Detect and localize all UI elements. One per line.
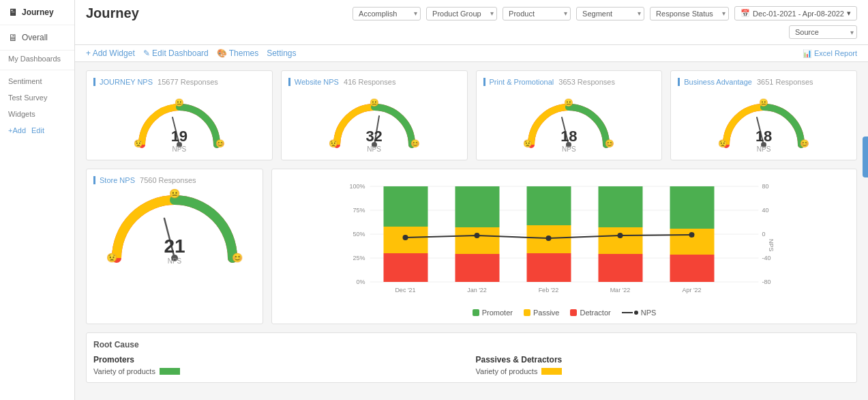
edit-dashboard-button[interactable]: ✎ Edit Dashboard	[143, 48, 209, 58]
header: Journey Accomplish Product Group Product	[75, 0, 868, 45]
print-nps-title: Print & Promotional 3653 Responses	[483, 78, 655, 86]
nps-value-3: 18 NPS	[560, 128, 577, 153]
product-select[interactable]: Product	[503, 7, 571, 20]
nps-value-2: 32 NPS	[365, 128, 382, 153]
segment-filter[interactable]: Segment	[576, 7, 644, 20]
bar-mar-promoter	[599, 186, 643, 227]
legend-nps: NPS	[622, 309, 657, 317]
toolbar: + Add Widget ✎ Edit Dashboard 🎨 Themes S…	[75, 45, 868, 62]
store-row: Store NPS 7560 Responses 😟 😊 😐	[86, 169, 857, 324]
passive-legend-dot	[524, 309, 530, 316]
print-gauge: 😟 😊 😐 18 NPS	[483, 91, 655, 153]
calendar-icon: 📅	[740, 9, 750, 18]
bar-apr-promoter	[670, 186, 715, 229]
passives-detractors-label: Passives & Detractors	[476, 355, 850, 365]
edit-button[interactable]: Edit	[31, 126, 44, 134]
store-nps-card: Store NPS 7560 Responses 😟 😊 😐	[86, 169, 263, 324]
page-title: Journey	[86, 5, 139, 21]
journey-nps-title: JOURNEY NPS 15677 Responses	[93, 78, 265, 86]
root-cause-section: Root Cause Promoters Variety of products…	[86, 332, 857, 383]
accomplish-select[interactable]: Accomplish	[353, 7, 421, 20]
bar-dec-detractor	[384, 253, 428, 282]
nps-dot-apr	[689, 232, 695, 238]
store-nps-value: 21 NPS	[164, 235, 185, 265]
business-gauge: 😟 😊 😐 18 NPS	[678, 91, 850, 153]
accomplish-filter[interactable]: Accomplish	[353, 7, 421, 20]
sidebar-add-edit: +Add Edit	[0, 122, 74, 139]
svg-text:😟: 😟	[134, 139, 143, 148]
monitor-icon: 🖥	[8, 7, 18, 18]
nps-dot-jan	[475, 233, 480, 238]
svg-text:😟: 😟	[329, 139, 338, 148]
add-button[interactable]: +Add	[8, 126, 26, 134]
detractor-legend-dot	[570, 309, 577, 316]
response-status-filter[interactable]: Response Status	[650, 7, 729, 20]
website-gauge: 😟 😊 😐 32 NPS	[288, 91, 460, 153]
side-accent-bar	[863, 137, 868, 177]
bar-jan-detractor	[455, 254, 500, 282]
nps-dot-feb	[546, 235, 552, 241]
svg-text:100%: 100%	[349, 183, 365, 190]
nps-cards-row: JOURNEY NPS 15677 Responses	[86, 70, 857, 160]
promoter-legend-dot	[473, 309, 479, 316]
svg-text:😐: 😐	[759, 98, 768, 107]
chart-legend: Promoter Passive Detractor	[279, 309, 850, 317]
header-filters: Accomplish Product Group Product Segment	[353, 6, 857, 20]
svg-text:NPS: NPS	[768, 239, 775, 252]
bar-apr-detractor	[670, 255, 715, 282]
store-nps-title: Store NPS 7560 Responses	[93, 176, 256, 184]
source-filter[interactable]: Source	[789, 25, 857, 39]
trend-chart-card: 100% 75% 50% 25% 0% 80 40 0 -40 -80	[271, 169, 857, 324]
sidebar-item-overall[interactable]: 🖥 Overall	[0, 25, 74, 51]
main-content: Journey Accomplish Product Group Product	[75, 0, 868, 400]
svg-text:😐: 😐	[169, 188, 181, 199]
themes-button[interactable]: 🎨 Themes	[217, 48, 258, 58]
svg-text:-40: -40	[762, 255, 771, 261]
bar-feb-detractor	[527, 253, 571, 282]
promoters-bar	[160, 368, 180, 375]
nps-legend-line	[622, 312, 633, 313]
header-row2: Source	[86, 25, 857, 39]
business-nps-card: Business Advantage 3651 Responses 😟 😊 😐	[670, 70, 857, 160]
sidebar-item-test-survey[interactable]: Test Survey	[0, 89, 74, 106]
response-status-select[interactable]: Response Status	[650, 7, 729, 20]
sidebar-item-sentiment[interactable]: Sentiment	[0, 73, 74, 89]
source-select[interactable]: Source	[789, 25, 857, 39]
sidebar-item-my-dashboards[interactable]: My Dashboards	[0, 51, 74, 67]
sidebar-divider	[0, 70, 74, 70]
excel-report-button[interactable]: 📊 Excel Report	[803, 49, 857, 58]
svg-text:😊: 😊	[605, 139, 614, 148]
svg-text:80: 80	[762, 183, 769, 190]
svg-text:😟: 😟	[106, 252, 118, 263]
svg-text:😊: 😊	[410, 139, 420, 148]
svg-text:0: 0	[762, 231, 766, 238]
bar-jan-promoter	[455, 186, 500, 227]
legend-detractor: Detractor	[570, 309, 610, 317]
nps-value-4: 18 NPS	[755, 128, 772, 153]
root-cause-grid: Promoters Variety of products Passives &…	[93, 355, 850, 375]
add-widget-button[interactable]: + Add Widget	[86, 48, 135, 58]
product-group-select[interactable]: Product Group	[426, 7, 497, 20]
website-nps-card: Website NPS 416 Responses 😟 😊 😐	[281, 70, 468, 160]
themes-icon: 🎨	[217, 48, 227, 58]
svg-text:Jan '22: Jan '22	[467, 287, 487, 294]
sidebar-label-journey: Journey	[22, 8, 54, 17]
svg-text:Feb '22: Feb '22	[539, 287, 559, 294]
bar-feb-promoter	[527, 186, 571, 225]
legend-promoter: Promoter	[473, 309, 513, 317]
sidebar-item-journey[interactable]: 🖥 Journey	[0, 0, 74, 25]
sidebar-item-widgets[interactable]: Widgets	[0, 106, 74, 122]
monitor-icon-overall: 🖥	[8, 32, 18, 43]
svg-text:-80: -80	[762, 278, 771, 285]
store-gauge: 😟 😊 😐 21 NPS	[93, 190, 256, 265]
product-group-filter[interactable]: Product Group	[426, 7, 497, 20]
nps-dot-mar	[618, 233, 623, 238]
date-range-text: Dec-01-2021 - Apr-08-2022	[753, 10, 844, 18]
pd-item: Variety of products	[476, 367, 850, 375]
svg-text:😊: 😊	[215, 139, 225, 148]
date-range-filter[interactable]: 📅 Dec-01-2021 - Apr-08-2022 ▾	[734, 6, 857, 20]
segment-select[interactable]: Segment	[576, 7, 644, 20]
settings-button[interactable]: Settings	[267, 48, 296, 58]
product-filter[interactable]: Product	[503, 7, 571, 20]
promoters-label: Promoters	[93, 355, 468, 365]
